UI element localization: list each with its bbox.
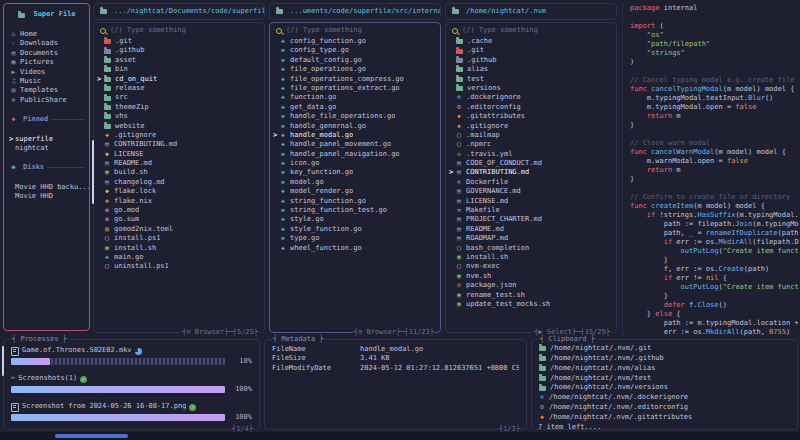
sidebar-item-videos[interactable]: ▶Videos: [4, 68, 89, 77]
file-row[interactable]: ◈file_operations_compress.go: [270, 75, 440, 84]
file-row[interactable]: ◉go.sum: [94, 215, 264, 224]
file-row[interactable]: ▢nvm-exec: [446, 262, 616, 271]
sidebar-item-home[interactable]: ⌂Home: [4, 30, 89, 39]
file-row[interactable]: ◈file_operations_extract.go: [270, 84, 440, 93]
sidebar-item-downloads[interactable]: ⇩Downloads: [4, 39, 89, 48]
file-row[interactable]: ⊚.dockerignore: [446, 93, 616, 102]
file-row[interactable]: ◈get_data.go: [270, 103, 440, 112]
panel-1-scrollbar[interactable]: [92, 140, 94, 204]
search-input[interactable]: (/) Type something: [270, 26, 440, 36]
file-row[interactable]: website: [94, 122, 264, 131]
videos-icon: ▶: [9, 68, 18, 77]
file-row[interactable]: ▢bash_completion: [446, 244, 616, 253]
file-row[interactable]: ◈style.go: [270, 215, 440, 224]
file-row[interactable]: ◈config_type.go: [270, 46, 440, 55]
file-row[interactable]: ▣install.sh: [446, 253, 616, 262]
search-input[interactable]: (/) Type something: [446, 26, 616, 36]
file-row[interactable]: ◈wheel_function.go: [270, 244, 440, 253]
file-row[interactable]: ◈handle_genernal.go: [270, 122, 440, 131]
file-row[interactable]: >▤CONTRIBUTING.md: [446, 168, 616, 177]
file-row[interactable]: ◆flake.lock: [94, 187, 264, 196]
file-row[interactable]: themeZip: [94, 103, 264, 112]
file-row[interactable]: ◈config_function.go: [270, 37, 440, 46]
file-row[interactable]: ◇.travis.yml: [446, 150, 616, 159]
file-row[interactable]: ▤README.md: [94, 159, 264, 168]
sidebar-item-movie-hhd-backu-[interactable]: Movie HHD backu...: [4, 183, 89, 192]
file-row[interactable]: ◆LICENSE: [94, 150, 264, 159]
file-row[interactable]: ▣rename_test.sh: [446, 291, 616, 300]
file-row[interactable]: ▤README.md: [446, 225, 616, 234]
file-row[interactable]: ◈main.go: [94, 253, 264, 262]
gitfile-icon: ◆: [538, 413, 546, 422]
file-row[interactable]: ◈style_function.go: [270, 225, 440, 234]
file-row[interactable]: ▤GOVERNANCE.md: [446, 187, 616, 196]
file-row[interactable]: ◈key_function.go: [270, 168, 440, 177]
file-row[interactable]: ◈handle_panel_navigation.go: [270, 150, 440, 159]
file-row[interactable]: test: [446, 75, 616, 84]
file-row[interactable]: ◉go.mod: [94, 206, 264, 215]
file-row[interactable]: .github: [94, 46, 264, 55]
process-item[interactable]: ✂Screenshots(1)✓: [11, 374, 252, 384]
file-row[interactable]: .github: [446, 56, 616, 65]
file-row[interactable]: vhs: [94, 112, 264, 121]
file-row[interactable]: .git: [446, 46, 616, 55]
file-row[interactable]: ▢.mailmap: [446, 131, 616, 140]
sidebar-item-movie-hhd[interactable]: Movie HHD: [4, 192, 89, 201]
sidebar-item-superfile[interactable]: >superfile: [4, 135, 89, 144]
file-row[interactable]: ◆.gitattributes: [446, 112, 616, 121]
sidebar-item-music[interactable]: ♫Music: [4, 77, 89, 86]
sidebar-item-publicshare[interactable]: ⊕PublicShare: [4, 96, 89, 105]
sidebar-item-templates[interactable]: ▧Templates: [4, 86, 89, 95]
file-row[interactable]: ▤ROADMAP.md: [446, 234, 616, 243]
process-item[interactable]: Game.of.Thrones.S02E02.mkv: [11, 346, 252, 356]
processes-scrollbar[interactable]: [2, 346, 4, 376]
sidebar-item-nightcat[interactable]: nightcat: [4, 144, 89, 153]
file-row[interactable]: ⚒Makefile: [446, 206, 616, 215]
file-row[interactable]: .cache: [446, 37, 616, 46]
file-row[interactable]: ⚙.editorconfig: [446, 103, 616, 112]
file-row[interactable]: >◈handle_modal.go: [270, 131, 440, 140]
file-row[interactable]: asset: [94, 56, 264, 65]
file-row[interactable]: ◈model.go: [270, 178, 440, 187]
file-row[interactable]: ▣update_test_mocks.sh: [446, 300, 616, 309]
file-row[interactable]: ▣build.sh: [94, 168, 264, 177]
file-row[interactable]: versions: [446, 84, 616, 93]
file-row[interactable]: ◆.gitignore: [446, 122, 616, 131]
file-row[interactable]: ▤LICENSE.md: [446, 197, 616, 206]
file-row[interactable]: ▥gomod2nix.toml: [94, 225, 264, 234]
file-row[interactable]: ▢.npmrc: [446, 140, 616, 149]
file-row[interactable]: ◈handle_file_operations.go: [270, 112, 440, 121]
file-row[interactable]: release: [94, 84, 264, 93]
file-row[interactable]: ◈type.go: [270, 234, 440, 243]
file-row[interactable]: alias: [446, 65, 616, 74]
search-input[interactable]: (/) Type something: [94, 26, 264, 36]
sidebar-item-documents[interactable]: ▤Documents: [4, 49, 89, 58]
file-row[interactable]: >cd_on_quit: [94, 75, 264, 84]
file-row[interactable]: ▣nvm.sh: [446, 272, 616, 281]
file-row[interactable]: ▤changelog.md: [94, 178, 264, 187]
file-row[interactable]: ◈model_render.go: [270, 187, 440, 196]
file-row[interactable]: bin: [94, 65, 264, 74]
file-row[interactable]: ◈string_function_test.go: [270, 206, 440, 215]
file-row[interactable]: ⊚Dockerfile: [446, 178, 616, 187]
file-row[interactable]: ▢install.ps1: [94, 234, 264, 243]
file-row[interactable]: src: [94, 93, 264, 102]
file-row[interactable]: ◆.gitignore: [94, 131, 264, 140]
file-row[interactable]: ◈handle_panel_movement.go: [270, 140, 440, 149]
file-row[interactable]: ◈string_function.go: [270, 197, 440, 206]
process-item[interactable]: Screenshot from 2024-05-26 16-08-17.png✓: [11, 402, 252, 412]
file-row[interactable]: ◈function.go: [270, 93, 440, 102]
file-row[interactable]: ▢uninstall.ps1: [94, 262, 264, 271]
file-row[interactable]: ◈file_operations.go: [270, 65, 440, 74]
file-row[interactable]: ◎package.json: [446, 281, 616, 290]
file-row[interactable]: ▣install.sh: [94, 244, 264, 253]
file-row[interactable]: ▤PROJECT_CHARTER.md: [446, 215, 616, 224]
file-row[interactable]: ✱flake.nix: [94, 197, 264, 206]
app-title: Super File: [4, 8, 89, 22]
file-row[interactable]: ▤CODE_OF_CONDUCT.md: [446, 159, 616, 168]
file-row[interactable]: ▤CONTRIBUTING.md: [94, 140, 264, 149]
sidebar-item-pictures[interactable]: ▦Pictures: [4, 58, 89, 67]
file-row[interactable]: ◈icon.go: [270, 159, 440, 168]
file-row[interactable]: .git: [94, 37, 264, 46]
file-row[interactable]: ◈default_config.go: [270, 56, 440, 65]
